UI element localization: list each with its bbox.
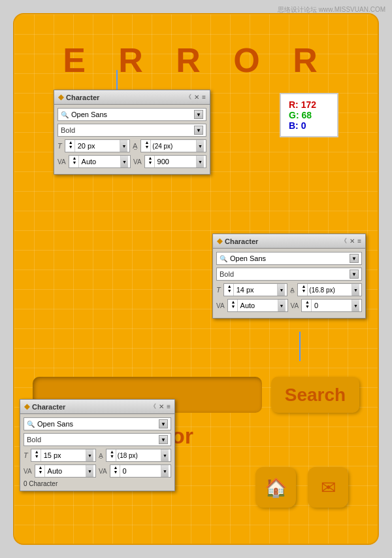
tracking-up-3[interactable]: ▲ — [37, 465, 44, 470]
kerning-down-2[interactable]: ▼ — [304, 304, 311, 309]
panel2-controls[interactable]: 《 ✕ ≡ — [341, 237, 361, 245]
panel2-tracking-field[interactable]: ▲ ▼ Auto ▼ — [227, 299, 288, 312]
panel1-leading-field[interactable]: ▲ ▼ (24 px) ▼ — [140, 139, 206, 152]
tracking-dd-2[interactable]: ▼ — [278, 300, 286, 311]
tracking-dd-1[interactable]: ▼ — [120, 156, 128, 167]
tracking-up-2[interactable]: ▲ — [230, 300, 237, 304]
size-up-2[interactable]: ▲ — [226, 284, 233, 288]
panel3-tracking-field[interactable]: ▲ ▼ Auto ▼ — [35, 464, 96, 478]
leading-dd-2[interactable]: ▼ — [352, 284, 359, 296]
panel2-style-dropdown[interactable]: Bold ▼ — [216, 268, 362, 281]
size-down-1[interactable]: ▼ — [67, 145, 74, 149]
panel1-tracking-field[interactable]: ▲ ▼ Auto ▼ — [69, 155, 131, 168]
font-dropdown-arrow-1[interactable]: ▼ — [194, 110, 203, 119]
size-spinner-3[interactable]: ▲ ▼ — [33, 449, 41, 461]
panel3-leading-field[interactable]: ▲ ▼ (18 px) ▼ — [106, 449, 171, 462]
kerning-dd-arrow-1[interactable]: ▼ — [197, 156, 204, 167]
kerning-dd-3[interactable]: ▼ — [161, 465, 169, 477]
leading-dropdown-2[interactable]: ▼ — [351, 284, 359, 296]
tracking-down-3[interactable]: ▼ — [37, 470, 44, 474]
size-up-3[interactable]: ▲ — [33, 449, 41, 454]
collapse-icon-3[interactable]: 《 — [150, 402, 156, 411]
leading-dd-1[interactable]: ▼ — [197, 140, 204, 152]
menu-icon-2[interactable]: ≡ — [357, 237, 361, 245]
kerning-spinner-1[interactable]: ▲ ▼ — [147, 156, 155, 167]
tracking-spinner-2[interactable]: ▲ ▼ — [230, 300, 238, 311]
size-down-3[interactable]: ▼ — [33, 454, 41, 459]
font-dropdown-arrow-2[interactable]: ▼ — [350, 254, 359, 263]
size-dd-3[interactable]: ▼ — [86, 449, 93, 461]
panel3-controls[interactable]: 《 ✕ ≡ — [150, 402, 171, 411]
style-dropdown-arrow-2[interactable]: ▼ — [350, 270, 359, 279]
close-icon[interactable]: ✕ — [194, 94, 199, 101]
home-button[interactable]: 🏠 — [255, 467, 296, 508]
leading-down-1[interactable]: ▼ — [143, 145, 150, 149]
size-dd-2[interactable]: ▼ — [278, 284, 285, 296]
close-icon-3[interactable]: ✕ — [159, 403, 164, 410]
kerning-dd-arrow-2[interactable]: ▼ — [352, 300, 359, 311]
size-spinner-1[interactable]: ▲ ▼ — [67, 140, 75, 152]
tracking-down-1[interactable]: ▼ — [71, 160, 78, 165]
leading-spinner-3[interactable]: ▲ ▼ — [108, 449, 116, 461]
size-down-2[interactable]: ▼ — [226, 288, 233, 293]
panel2-font-search[interactable]: 🔍 Open Sans ▼ — [216, 252, 362, 265]
leading-up-3[interactable]: ▲ — [108, 449, 116, 454]
panel1-kerning-field[interactable]: ▲ ▼ 900 ▼ — [144, 155, 206, 168]
tracking-dd-arrow-3[interactable]: ▼ — [86, 465, 93, 477]
panel1-size-field[interactable]: ▲ ▼ 20 px ▼ — [65, 139, 131, 152]
size-dd-arrow-1[interactable]: ▼ — [120, 140, 127, 152]
panel2-leading-field[interactable]: ▲ ▼ (16.8 px) ▼ — [297, 283, 362, 296]
size-up-1[interactable]: ▲ — [67, 140, 74, 145]
close-icon-2[interactable]: ✕ — [350, 237, 355, 245]
leading-spinner-2[interactable]: ▲ ▼ — [300, 284, 308, 296]
mail-button[interactable]: ✉ — [308, 467, 348, 508]
leading-up-2[interactable]: ▲ — [300, 284, 307, 288]
tracking-down-2[interactable]: ▼ — [230, 304, 237, 309]
leading-dropdown-3[interactable]: ▼ — [161, 449, 169, 461]
kerning-spinner-2[interactable]: ▲ ▼ — [304, 300, 312, 311]
style-dropdown-arrow-1[interactable]: ▼ — [194, 126, 203, 135]
collapse-icon-2[interactable]: 《 — [341, 237, 347, 245]
tracking-spinner-3[interactable]: ▲ ▼ — [37, 465, 45, 477]
kerning-up-2[interactable]: ▲ — [304, 300, 311, 304]
leading-dropdown-1[interactable]: ▼ — [196, 140, 204, 152]
kerning-dd-arrow-3[interactable]: ▼ — [161, 465, 169, 477]
panel1-font-search[interactable]: 🔍 Open Sans ▼ — [57, 108, 206, 121]
menu-icon-3[interactable]: ≡ — [167, 403, 171, 410]
tracking-icon-3: VA — [24, 468, 32, 475]
panel3-kerning-field[interactable]: ▲ ▼ 0 ▼ — [110, 464, 171, 478]
leading-spinner-1[interactable]: ▲ ▼ — [143, 140, 151, 152]
style-dropdown-arrow-3[interactable]: ▼ — [159, 435, 168, 444]
size-dropdown-1[interactable]: ▼ — [120, 140, 127, 152]
tracking-dd-arrow-1[interactable]: ▼ — [121, 156, 128, 167]
panel3-size-field[interactable]: ▲ ▼ 15 px ▼ — [31, 449, 96, 462]
panel1-style-dropdown[interactable]: Bold ▼ — [57, 124, 206, 137]
menu-icon[interactable]: ≡ — [202, 94, 206, 101]
collapse-icon[interactable]: 《 — [186, 93, 191, 101]
panel1-controls[interactable]: 《 ✕ ≡ — [186, 93, 206, 101]
leading-up-1[interactable]: ▲ — [143, 140, 150, 145]
kerning-dd-1[interactable]: ▼ — [196, 156, 204, 167]
leading-dd-3[interactable]: ▼ — [161, 449, 169, 461]
panel3-style-dropdown[interactable]: Bold ▼ — [24, 433, 171, 446]
kerning-spinner-3[interactable]: ▲ ▼ — [112, 465, 120, 477]
search-button[interactable]: Search — [271, 377, 359, 413]
tracking-dd-arrow-2[interactable]: ▼ — [278, 300, 286, 311]
tracking-up-1[interactable]: ▲ — [71, 156, 78, 160]
panel2-size-field[interactable]: ▲ ▼ 14 px ▼ — [223, 283, 288, 296]
size-dropdown-3[interactable]: ▼ — [86, 449, 93, 461]
tracking-dd-3[interactable]: ▼ — [86, 465, 93, 477]
size-dropdown-2[interactable]: ▼ — [277, 284, 285, 296]
kerning-up-3[interactable]: ▲ — [112, 465, 120, 470]
leading-down-2[interactable]: ▼ — [300, 288, 307, 293]
panel2-kerning-field[interactable]: ▲ ▼ 0 ▼ — [301, 299, 362, 312]
tracking-spinner-1[interactable]: ▲ ▼ — [71, 156, 79, 167]
font-dropdown-arrow-3[interactable]: ▼ — [159, 419, 168, 428]
leading-down-3[interactable]: ▼ — [108, 454, 116, 459]
kerning-down-3[interactable]: ▼ — [112, 470, 120, 474]
kerning-dd-2[interactable]: ▼ — [351, 300, 359, 311]
panel3-font-search[interactable]: 🔍 Open Sans ▼ — [24, 417, 171, 430]
kerning-down-1[interactable]: ▼ — [147, 160, 154, 165]
kerning-up-1[interactable]: ▲ — [147, 156, 154, 160]
size-spinner-2[interactable]: ▲ ▼ — [226, 284, 234, 296]
